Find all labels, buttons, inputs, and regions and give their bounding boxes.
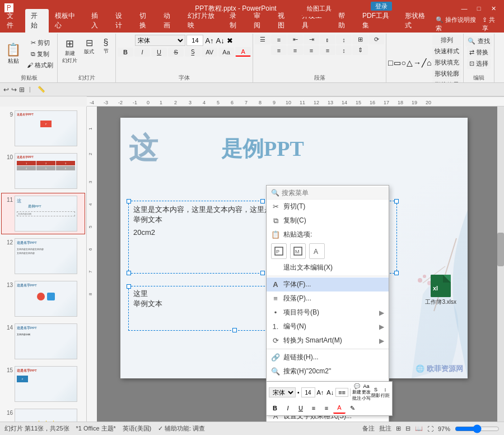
ctx-cut[interactable]: ✂ 剪切(T) <box>267 200 389 214</box>
char-spacing-button[interactable]: AV <box>202 48 217 57</box>
maximize-button[interactable]: □ <box>473 3 485 13</box>
font-increase-button[interactable]: A↑ <box>204 36 214 45</box>
font-size-input[interactable] <box>186 35 203 46</box>
bold-button[interactable]: B <box>118 48 133 57</box>
ctx-numbering[interactable]: 1. 编号(N) ▶ <box>267 320 389 334</box>
tab-insert[interactable]: 插入 <box>86 9 109 33</box>
ctx-bullets[interactable]: • 项目符号(B) ▶ <box>267 306 389 320</box>
mt-new-comment[interactable]: 💬 新建 批注 <box>352 383 361 401</box>
mt-align[interactable]: ≡≡ <box>335 388 348 397</box>
numbering-button[interactable]: ≡ <box>271 35 287 44</box>
paste-opt-3[interactable]: A <box>309 243 325 259</box>
section-button[interactable]: § 节 <box>98 36 114 57</box>
ctx-copy[interactable]: ⧉ 复制(C) <box>267 214 389 228</box>
view-sorter[interactable]: ⊟ <box>405 425 410 432</box>
handle-br[interactable] <box>394 271 399 275</box>
tab-template[interactable]: 模板中心 <box>49 9 85 33</box>
tab-slideshow[interactable]: 幻灯片放映 <box>182 9 224 33</box>
slide-thumb-12[interactable]: 12 这是名字PPT 文本内容文本内容文本内容 文本内容文本内容 <box>1 235 85 277</box>
cut-button[interactable]: ✂ 剪切 <box>25 38 55 48</box>
mt-line-spacing[interactable]: ↕ 行距 <box>381 387 390 399</box>
view-normal[interactable]: ⊞ <box>396 425 401 432</box>
mt-shadow-btn[interactable]: S 阴影 <box>371 387 380 399</box>
handle-2-bm[interactable] <box>232 328 237 332</box>
find-button[interactable]: 🔍 查找 <box>465 36 492 47</box>
underline-button[interactable]: U <box>151 48 167 57</box>
ctx-font[interactable]: A 字体(F)... <box>267 277 389 291</box>
tab-design[interactable]: 设计 <box>110 9 133 33</box>
mt-underline[interactable]: U <box>295 402 307 414</box>
font-decrease-button[interactable]: A↓ <box>216 36 225 45</box>
tab-help[interactable]: 帮助 <box>333 9 356 33</box>
format-painter-button[interactable]: 🖌 格式刷 <box>25 60 55 71</box>
window-controls[interactable]: — □ ✕ <box>458 3 500 13</box>
close-button[interactable]: ✕ <box>487 3 500 13</box>
mt-align-center[interactable]: ≡ <box>320 402 333 414</box>
arrange-button[interactable]: 排列 <box>432 35 461 45</box>
columns-button[interactable]: ⫾ <box>320 35 335 44</box>
comments-button[interactable]: 备注 <box>362 424 375 433</box>
ctx-exit-edit[interactable]: 退出文本编辑(X) <box>267 261 389 275</box>
line-spacing-button[interactable]: ↕ <box>336 45 352 55</box>
slide-thumb-16[interactable]: 16 ★ ★ ★ <box>1 406 85 422</box>
ruler-toggle[interactable]: 📏 <box>38 86 45 93</box>
scrollbar-vertical[interactable] <box>497 107 504 422</box>
shape-round-rect[interactable]: ▭ <box>394 58 401 67</box>
justify-button[interactable]: ≡ <box>320 45 335 55</box>
indent-decrease-button[interactable]: ⇤ <box>287 35 303 44</box>
align-text-button[interactable]: ⊞ <box>352 35 368 44</box>
mt-font-color[interactable]: A <box>333 402 346 414</box>
mt-highlight[interactable]: ✎ <box>346 402 358 414</box>
quick-styles-button[interactable]: 快速样式 <box>432 46 461 57</box>
bullets-button[interactable]: ☰ <box>255 35 270 44</box>
zoom-slider[interactable] <box>455 424 500 433</box>
paste-button[interactable]: 📋 粘贴 <box>3 41 24 67</box>
mt-font-increase[interactable]: A↑ <box>316 388 325 396</box>
tab-shape-format[interactable]: 形状格式 <box>399 9 435 33</box>
mt-italic[interactable]: I <box>282 402 294 414</box>
handle-bm[interactable] <box>260 271 265 275</box>
slide-thumb-15[interactable]: 15 这是名字PPT P <box>1 363 85 405</box>
new-slide-button[interactable]: ⊞ 新建幻灯片 <box>59 36 80 66</box>
font-name-select[interactable]: 宋体 <box>135 35 185 46</box>
copy-button[interactable]: ⧉ 复制 <box>25 49 55 59</box>
paste-opt-2[interactable]: M <box>290 243 306 259</box>
slide-thumb-13[interactable]: 13 这是名字PPT <box>1 278 85 320</box>
clear-format-button[interactable]: ✖ <box>226 36 234 45</box>
slide-thumb-9[interactable]: 9 这是名字PPT P <box>1 108 85 149</box>
shape-arrow[interactable]: → <box>413 58 421 67</box>
slide-thumb-14[interactable]: 14 这是名字PPT 文本内容示例 <box>1 321 85 362</box>
login-button[interactable]: 登录 <box>371 2 392 11</box>
redo-button[interactable]: ↪ <box>11 86 17 94</box>
ctx-paragraph[interactable]: ≡ 段落(P)... <box>267 291 389 306</box>
tab-view[interactable]: 视图 <box>272 9 296 33</box>
shape-triangle[interactable]: △ <box>407 58 413 67</box>
slide-thumb-11[interactable]: 11 这 是例PPT 文本内容示例 <box>1 193 85 234</box>
smartart-button[interactable]: ⟳ <box>368 35 384 44</box>
view-presenter[interactable]: ⛶ <box>427 425 433 432</box>
mt-font-decrease[interactable]: A↓ <box>325 388 335 396</box>
mt-align-left[interactable]: ≡ <box>307 402 320 414</box>
handle-tm[interactable] <box>260 199 265 203</box>
align-left-button[interactable]: ≡ <box>271 45 287 55</box>
shadow-button[interactable]: S̲ <box>185 47 200 57</box>
para-spacing-button[interactable]: ⇕ <box>352 45 368 55</box>
font-case-button[interactable]: Aa <box>218 48 234 57</box>
tab-pdf[interactable]: PDF工具集 <box>357 9 399 33</box>
ctx-search-item[interactable]: 🔍 搜索(H)"20cm2" <box>267 364 389 378</box>
layout-button[interactable]: ⊟ 版式 <box>81 36 97 57</box>
align-center-button[interactable]: ≡ <box>287 45 303 55</box>
tab-file[interactable]: 文件 <box>1 9 25 33</box>
shape-oval[interactable]: ○ <box>402 58 406 67</box>
text-direction-button[interactable]: ↕ <box>336 35 352 44</box>
handle-tr[interactable] <box>394 199 399 203</box>
slide-thumb-10[interactable]: 10 这是名字PPT 1 2 3 4 5 6 <box>1 150 85 192</box>
shape-rect[interactable]: □ <box>388 58 393 67</box>
align-right-button[interactable]: ≡ <box>304 45 319 55</box>
strikethrough-button[interactable]: S <box>168 48 184 57</box>
notes-button[interactable]: 批注 <box>379 424 391 433</box>
minimize-button[interactable]: — <box>458 3 470 13</box>
view-reading[interactable]: 📖 <box>415 425 423 432</box>
context-search-input[interactable] <box>282 189 384 197</box>
font-color-button[interactable]: A <box>235 47 251 57</box>
